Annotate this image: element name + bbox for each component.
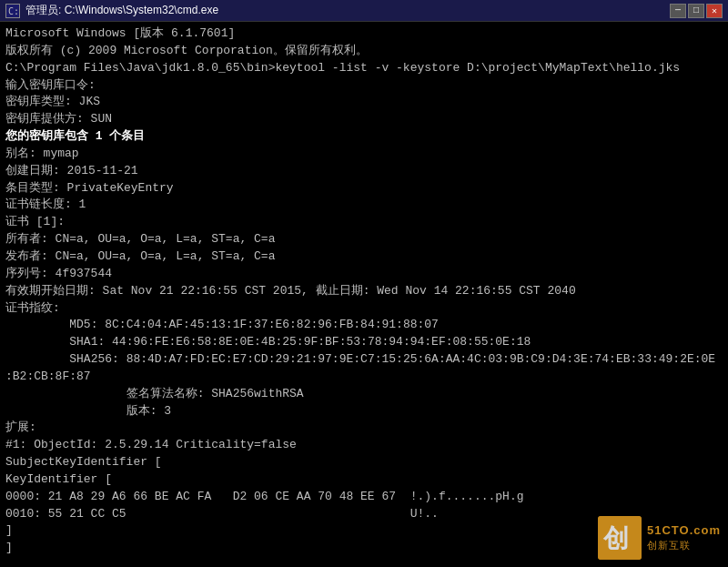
window-title: 管理员: C:\Windows\System32\cmd.exe (25, 3, 218, 18)
terminal-line: MD5: 8C:C4:04:AF:45:13:1F:37:E6:82:96:FB… (5, 317, 723, 334)
title-bar-left: C:\ 管理员: C:\Windows\System32\cmd.exe (5, 3, 218, 18)
terminal-line: 密钥库提供方: SUN (5, 111, 723, 128)
close-button[interactable]: ✕ (706, 4, 723, 18)
terminal-line: SubjectKeyIdentifier [ (5, 454, 723, 471)
watermark-logo: 创 (598, 516, 642, 560)
terminal-line: SHA256: 88:4D:A7:FD:EC:E7:CD:29:21:97:9E… (5, 351, 723, 369)
terminal-line: 证书指纹: (5, 300, 723, 318)
watermark-text-block: 51CTO.com 创新互联 (647, 522, 721, 554)
terminal-area: Microsoft Windows [版本 6.1.7601]版权所有 (c) … (0, 22, 728, 567)
svg-text:创: 创 (602, 524, 629, 552)
terminal-line: 版权所有 (c) 2009 Microsoft Corporation。保留所有… (5, 43, 723, 60)
maximize-button[interactable]: □ (688, 4, 704, 18)
terminal-line: 0000: 21 A8 29 A6 66 BE AC FA D2 06 CE A… (5, 489, 723, 506)
terminal-line: 别名: mymap (5, 146, 723, 163)
terminal-line: 版本: 3 (5, 403, 723, 420)
terminal-line: :B2:CB:8F:87 (5, 369, 723, 386)
terminal-line: 证书链长度: 1 (5, 197, 723, 214)
terminal-line: 证书 [1]: (5, 214, 723, 231)
watermark-site: 51CTO.com (647, 522, 721, 540)
terminal-line: 您的密钥库包含 1 个条目 (5, 128, 723, 146)
watermark: 创 51CTO.com 创新互联 (598, 516, 721, 560)
terminal-line: 密钥库类型: JKS (5, 94, 723, 111)
terminal-line: 发布者: CN=a, OU=a, O=a, L=a, ST=a, C=a (5, 248, 723, 266)
terminal-line: C:\Program Files\Java\jdk1.8.0_65\bin>ke… (5, 60, 723, 77)
terminal-line: 条目类型: PrivateKeyEntry (5, 180, 723, 197)
terminal-line: 签名算法名称: SHA256withRSA (5, 386, 723, 403)
minimize-button[interactable]: ─ (670, 4, 686, 18)
cmd-icon: C:\ (5, 4, 20, 18)
terminal-line: SHA1: 44:96:FE:E6:58:8E:0E:4B:25:9F:BF:5… (5, 334, 723, 351)
terminal-line: KeyIdentifier [ (5, 471, 723, 489)
terminal-line: Microsoft Windows [版本 6.1.7601] (5, 25, 723, 43)
title-bar: C:\ 管理员: C:\Windows\System32\cmd.exe ─ □… (0, 0, 728, 22)
terminal-line: 扩展: (5, 420, 723, 437)
terminal-line: 所有者: CN=a, OU=a, O=a, L=a, ST=a, C=a (5, 231, 723, 248)
terminal-line: 序列号: 4f937544 (5, 266, 723, 283)
terminal-line: 输入密钥库口令: (5, 77, 723, 95)
watermark-name: 创新互联 (647, 539, 721, 553)
terminal-line: 有效期开始日期: Sat Nov 21 22:16:55 CST 2015, 截… (5, 283, 723, 300)
window-controls: ─ □ ✕ (670, 4, 723, 18)
svg-text:C:\: C:\ (8, 6, 19, 16)
terminal-line: #1: ObjectId: 2.5.29.14 Criticality=fals… (5, 437, 723, 454)
terminal-line: 创建日期: 2015-11-21 (5, 163, 723, 180)
